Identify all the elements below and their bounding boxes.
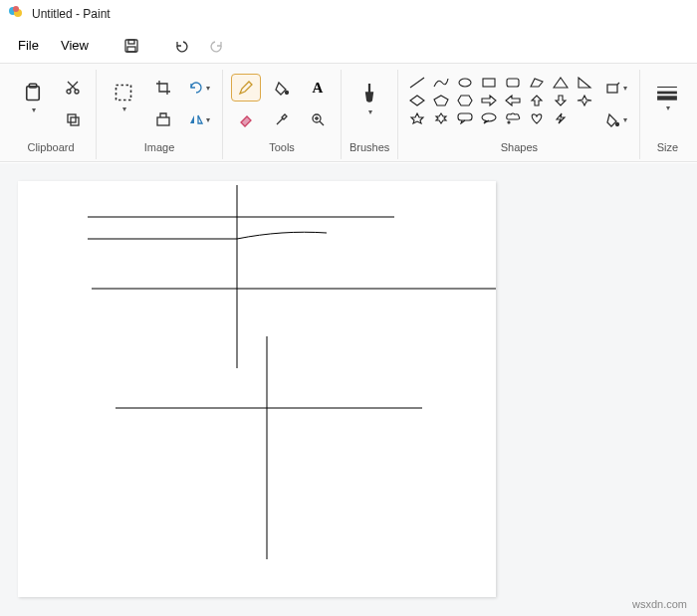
color-picker-tool[interactable] <box>267 105 297 133</box>
undo-button[interactable] <box>164 30 198 62</box>
shape-fill-button[interactable]: ▾ <box>601 105 631 133</box>
shape-arrow-up[interactable] <box>528 94 546 107</box>
window-title: Untitled - Paint <box>32 7 111 21</box>
svg-rect-12 <box>116 85 131 100</box>
app-icon <box>8 4 24 24</box>
svg-point-14 <box>286 92 289 95</box>
shape-rounded-rect[interactable] <box>504 76 522 90</box>
svg-point-9 <box>75 90 79 94</box>
shape-callout-oval[interactable] <box>480 111 498 125</box>
svg-point-8 <box>67 90 71 94</box>
shape-callout-rounded[interactable] <box>456 111 474 125</box>
chevron-down-icon: ▾ <box>368 107 372 116</box>
shape-diamond[interactable] <box>408 94 426 107</box>
group-label-shapes: Shapes <box>501 137 538 155</box>
canvas[interactable] <box>18 181 496 597</box>
shape-heart[interactable] <box>528 111 546 125</box>
shape-polygon[interactable] <box>528 76 546 90</box>
titlebar: Untitled - Paint <box>0 0 697 28</box>
svg-rect-19 <box>458 113 472 120</box>
brushes-button[interactable]: ▾ <box>350 74 388 121</box>
ribbon: ▾ Clipboard ▾ ▾ ▾ <box>0 64 697 162</box>
shape-arrow-down[interactable] <box>552 94 570 107</box>
canvas-drawing <box>18 181 496 597</box>
shape-oval[interactable] <box>456 76 474 90</box>
save-button[interactable] <box>115 30 148 62</box>
fill-tool[interactable] <box>267 74 297 102</box>
svg-rect-11 <box>71 117 79 125</box>
shape-rectangle[interactable] <box>480 76 498 90</box>
select-button[interactable]: ▾ <box>105 74 142 121</box>
menu-file[interactable]: File <box>8 32 49 59</box>
group-label-tools: Tools <box>269 137 295 155</box>
cut-button[interactable] <box>58 74 88 102</box>
svg-rect-13 <box>157 117 169 125</box>
svg-rect-5 <box>127 47 135 52</box>
group-shapes: ▾ ▾ Shapes <box>398 70 640 159</box>
shape-curve[interactable] <box>432 76 450 90</box>
pencil-tool[interactable] <box>231 74 261 102</box>
shape-lightning[interactable] <box>552 111 570 125</box>
shape-5point-star[interactable] <box>408 111 426 125</box>
chevron-down-icon: ▾ <box>32 105 36 114</box>
resize-button[interactable] <box>148 105 178 133</box>
svg-point-21 <box>508 121 510 123</box>
svg-rect-4 <box>128 40 134 44</box>
group-label-brushes: Brushes <box>349 137 389 155</box>
svg-point-23 <box>616 123 619 126</box>
menubar: File View <box>0 28 697 64</box>
flip-button[interactable]: ▾ <box>184 105 214 133</box>
shape-triangle[interactable] <box>552 76 570 90</box>
shape-outline-button[interactable]: ▾ <box>601 74 631 102</box>
copy-button[interactable] <box>58 105 88 133</box>
group-label-image: Image <box>144 137 175 155</box>
size-button[interactable]: ▾ <box>648 74 686 121</box>
shape-pentagon[interactable] <box>432 94 450 107</box>
rotate-button[interactable]: ▾ <box>184 74 214 102</box>
group-brushes: ▾ Brushes <box>342 70 398 159</box>
canvas-area <box>0 163 697 616</box>
group-clipboard: ▾ Clipboard <box>6 70 97 159</box>
shape-4point-star[interactable] <box>576 94 593 107</box>
svg-rect-18 <box>507 79 519 87</box>
menu-view[interactable]: View <box>51 32 99 59</box>
shape-hexagon[interactable] <box>456 94 474 107</box>
chevron-down-icon: ▾ <box>666 103 670 112</box>
svg-point-16 <box>459 79 471 87</box>
chevron-down-icon: ▾ <box>122 104 126 113</box>
svg-point-2 <box>13 6 19 12</box>
text-tool[interactable]: A <box>303 74 333 102</box>
shape-arrow-right[interactable] <box>480 94 498 107</box>
svg-rect-22 <box>607 85 617 93</box>
shape-arrow-left[interactable] <box>504 94 522 107</box>
svg-rect-17 <box>483 79 495 87</box>
group-tools: A Tools <box>223 70 342 159</box>
group-label-size: Size <box>657 137 678 155</box>
svg-point-20 <box>482 113 496 121</box>
svg-rect-10 <box>68 114 76 122</box>
shape-callout-cloud[interactable] <box>504 111 522 125</box>
shape-line[interactable] <box>408 76 426 90</box>
shape-gallery[interactable] <box>406 74 595 127</box>
magnifier-tool[interactable] <box>303 105 333 133</box>
shape-6point-star[interactable] <box>432 111 450 125</box>
text-icon: A <box>313 80 324 97</box>
crop-button[interactable] <box>148 74 178 102</box>
paste-button[interactable]: ▾ <box>14 74 52 121</box>
group-label-clipboard: Clipboard <box>27 137 74 155</box>
group-image: ▾ ▾ ▾ Image <box>97 70 223 159</box>
watermark: wsxdn.com <box>632 598 687 610</box>
group-size: ▾ Size <box>640 70 694 159</box>
shape-right-triangle[interactable] <box>576 76 593 90</box>
redo-button[interactable] <box>200 30 234 62</box>
eraser-tool[interactable] <box>231 105 261 133</box>
